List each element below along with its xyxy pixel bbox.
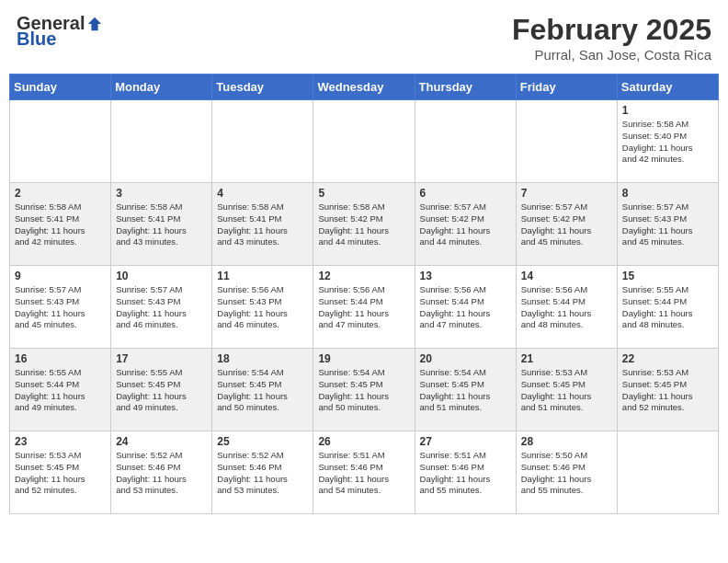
day-info: Sunrise: 5:57 AM Sunset: 5:43 PM Dayligh… — [116, 284, 207, 331]
day-number: 20 — [420, 352, 511, 365]
day-header-tuesday: Tuesday — [212, 75, 313, 100]
day-header-sunday: Sunday — [10, 75, 111, 100]
day-number: 7 — [521, 187, 612, 200]
calendar-week-row: 16Sunrise: 5:55 AM Sunset: 5:44 PM Dayli… — [10, 349, 719, 431]
day-number: 14 — [521, 270, 612, 282]
calendar-cell: 22Sunrise: 5:53 AM Sunset: 5:45 PM Dayli… — [617, 349, 718, 431]
calendar-cell: 16Sunrise: 5:55 AM Sunset: 5:44 PM Dayli… — [10, 349, 111, 431]
calendar-cell: 26Sunrise: 5:51 AM Sunset: 5:46 PM Dayli… — [313, 431, 415, 514]
day-number: 2 — [15, 187, 106, 200]
calendar-header-row: SundayMondayTuesdayWednesdayThursdayFrid… — [10, 75, 719, 100]
day-number: 28 — [521, 435, 612, 448]
calendar-cell: 8Sunrise: 5:57 AM Sunset: 5:43 PM Daylig… — [617, 183, 718, 266]
day-number: 5 — [318, 187, 409, 200]
day-number: 8 — [622, 187, 713, 200]
day-info: Sunrise: 5:55 AM Sunset: 5:44 PM Dayligh… — [622, 284, 713, 331]
day-info: Sunrise: 5:56 AM Sunset: 5:44 PM Dayligh… — [318, 284, 409, 331]
logo-blue-text: Blue — [17, 29, 56, 50]
calendar-cell: 28Sunrise: 5:50 AM Sunset: 5:46 PM Dayli… — [516, 431, 617, 514]
calendar-cell — [415, 100, 516, 183]
calendar-cell: 12Sunrise: 5:56 AM Sunset: 5:44 PM Dayli… — [313, 266, 415, 349]
day-info: Sunrise: 5:56 AM Sunset: 5:44 PM Dayligh… — [521, 284, 612, 331]
day-info: Sunrise: 5:57 AM Sunset: 5:42 PM Dayligh… — [420, 201, 511, 248]
calendar-cell — [617, 431, 718, 514]
logo-icon — [86, 16, 103, 32]
calendar-cell: 4Sunrise: 5:58 AM Sunset: 5:41 PM Daylig… — [212, 183, 313, 266]
calendar-cell: 21Sunrise: 5:53 AM Sunset: 5:45 PM Dayli… — [516, 349, 617, 431]
day-info: Sunrise: 5:53 AM Sunset: 5:45 PM Dayligh… — [521, 367, 612, 414]
calendar-cell — [313, 100, 415, 183]
day-info: Sunrise: 5:58 AM Sunset: 5:41 PM Dayligh… — [217, 201, 308, 248]
day-number: 15 — [622, 270, 713, 282]
day-info: Sunrise: 5:52 AM Sunset: 5:46 PM Dayligh… — [116, 450, 207, 497]
day-info: Sunrise: 5:54 AM Sunset: 5:45 PM Dayligh… — [217, 367, 308, 414]
title-block: February 2025 Purral, San Jose, Costa Ri… — [512, 13, 711, 63]
day-header-saturday: Saturday — [617, 75, 718, 100]
calendar-week-row: 23Sunrise: 5:53 AM Sunset: 5:45 PM Dayli… — [10, 431, 719, 514]
day-info: Sunrise: 5:57 AM Sunset: 5:43 PM Dayligh… — [15, 284, 106, 331]
day-number: 16 — [15, 352, 106, 365]
calendar-cell — [111, 100, 212, 183]
calendar-cell: 18Sunrise: 5:54 AM Sunset: 5:45 PM Dayli… — [212, 349, 313, 431]
day-info: Sunrise: 5:51 AM Sunset: 5:46 PM Dayligh… — [420, 450, 511, 497]
day-info: Sunrise: 5:55 AM Sunset: 5:44 PM Dayligh… — [15, 367, 106, 414]
svg-marker-0 — [88, 17, 101, 29]
calendar-cell: 11Sunrise: 5:56 AM Sunset: 5:43 PM Dayli… — [212, 266, 313, 349]
calendar-cell — [212, 100, 313, 183]
calendar-cell: 25Sunrise: 5:52 AM Sunset: 5:46 PM Dayli… — [212, 431, 313, 514]
calendar-cell: 2Sunrise: 5:58 AM Sunset: 5:41 PM Daylig… — [10, 183, 111, 266]
day-info: Sunrise: 5:51 AM Sunset: 5:46 PM Dayligh… — [318, 450, 409, 497]
day-header-monday: Monday — [111, 75, 212, 100]
day-number: 18 — [217, 352, 308, 365]
day-header-friday: Friday — [516, 75, 617, 100]
page-header: General Blue February 2025 Purral, San J… — [9, 9, 719, 66]
day-number: 21 — [521, 352, 612, 365]
calendar-cell: 5Sunrise: 5:58 AM Sunset: 5:42 PM Daylig… — [313, 183, 415, 266]
calendar-cell: 9Sunrise: 5:57 AM Sunset: 5:43 PM Daylig… — [10, 266, 111, 349]
calendar-cell: 23Sunrise: 5:53 AM Sunset: 5:45 PM Dayli… — [10, 431, 111, 514]
calendar-cell — [10, 100, 111, 183]
calendar-cell: 14Sunrise: 5:56 AM Sunset: 5:44 PM Dayli… — [516, 266, 617, 349]
day-info: Sunrise: 5:58 AM Sunset: 5:40 PM Dayligh… — [622, 119, 713, 166]
calendar-cell: 17Sunrise: 5:55 AM Sunset: 5:45 PM Dayli… — [111, 349, 212, 431]
calendar-cell: 19Sunrise: 5:54 AM Sunset: 5:45 PM Dayli… — [313, 349, 415, 431]
calendar-week-row: 9Sunrise: 5:57 AM Sunset: 5:43 PM Daylig… — [10, 266, 719, 349]
calendar-cell: 15Sunrise: 5:55 AM Sunset: 5:44 PM Dayli… — [617, 266, 718, 349]
day-number: 27 — [420, 435, 511, 448]
day-number: 17 — [116, 352, 207, 365]
calendar-cell: 10Sunrise: 5:57 AM Sunset: 5:43 PM Dayli… — [111, 266, 212, 349]
calendar-cell: 27Sunrise: 5:51 AM Sunset: 5:46 PM Dayli… — [415, 431, 516, 514]
day-number: 4 — [217, 187, 308, 200]
day-header-thursday: Thursday — [415, 75, 516, 100]
location-text: Purral, San Jose, Costa Rica — [512, 47, 711, 63]
day-number: 9 — [15, 270, 106, 282]
calendar-cell: 7Sunrise: 5:57 AM Sunset: 5:42 PM Daylig… — [516, 183, 617, 266]
day-info: Sunrise: 5:50 AM Sunset: 5:46 PM Dayligh… — [521, 450, 612, 497]
day-info: Sunrise: 5:58 AM Sunset: 5:41 PM Dayligh… — [116, 201, 207, 248]
day-number: 12 — [318, 270, 409, 282]
day-number: 3 — [116, 187, 207, 200]
day-number: 1 — [622, 104, 713, 117]
day-number: 22 — [622, 352, 713, 365]
calendar-week-row: 1Sunrise: 5:58 AM Sunset: 5:40 PM Daylig… — [10, 100, 719, 183]
day-info: Sunrise: 5:54 AM Sunset: 5:45 PM Dayligh… — [420, 367, 511, 414]
day-number: 10 — [116, 270, 207, 282]
calendar-cell: 6Sunrise: 5:57 AM Sunset: 5:42 PM Daylig… — [415, 183, 516, 266]
day-number: 25 — [217, 435, 308, 448]
day-number: 24 — [116, 435, 207, 448]
day-header-wednesday: Wednesday — [313, 75, 415, 100]
calendar-week-row: 2Sunrise: 5:58 AM Sunset: 5:41 PM Daylig… — [10, 183, 719, 266]
day-info: Sunrise: 5:55 AM Sunset: 5:45 PM Dayligh… — [116, 367, 207, 414]
logo: General Blue — [17, 13, 103, 50]
calendar-cell: 1Sunrise: 5:58 AM Sunset: 5:40 PM Daylig… — [617, 100, 718, 183]
calendar-cell: 13Sunrise: 5:56 AM Sunset: 5:44 PM Dayli… — [415, 266, 516, 349]
day-info: Sunrise: 5:57 AM Sunset: 5:43 PM Dayligh… — [622, 201, 713, 248]
day-info: Sunrise: 5:58 AM Sunset: 5:41 PM Dayligh… — [15, 201, 106, 248]
day-info: Sunrise: 5:54 AM Sunset: 5:45 PM Dayligh… — [318, 367, 409, 414]
day-info: Sunrise: 5:57 AM Sunset: 5:42 PM Dayligh… — [521, 201, 612, 248]
calendar-cell: 24Sunrise: 5:52 AM Sunset: 5:46 PM Dayli… — [111, 431, 212, 514]
day-info: Sunrise: 5:53 AM Sunset: 5:45 PM Dayligh… — [15, 450, 106, 497]
day-number: 19 — [318, 352, 409, 365]
day-number: 11 — [217, 270, 308, 282]
day-number: 13 — [420, 270, 511, 282]
